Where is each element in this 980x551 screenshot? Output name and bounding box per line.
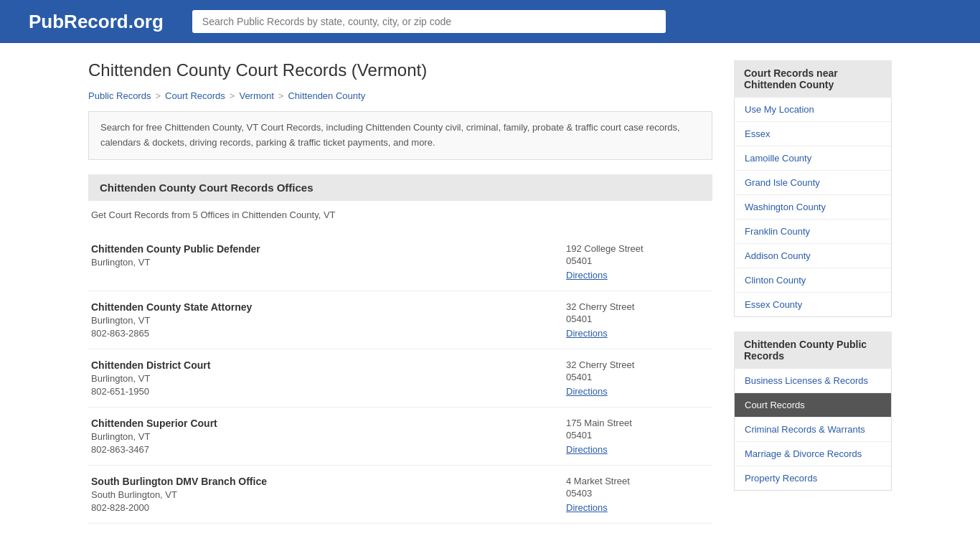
office-entry: Chittenden County State Attorney Burling… — [88, 291, 712, 349]
office-zip: 05401 — [566, 430, 710, 441]
office-address: 175 Main Street 05401 Directions — [566, 418, 710, 455]
breadcrumb-chittenden-county[interactable]: Chittenden County — [288, 90, 365, 101]
sidebar-public-records-item[interactable]: Marriage & Divorce Records — [735, 442, 891, 466]
sidebar-county-link[interactable]: Washington County — [745, 202, 826, 212]
sidebar-records-link[interactable]: Criminal Records & Warrants — [745, 424, 865, 435]
sidebar-county-link[interactable]: Grand Isle County — [745, 177, 820, 188]
office-entry: Chittenden County Public Defender Burlin… — [88, 233, 712, 291]
sidebar-county-link[interactable]: Addison County — [745, 250, 811, 261]
breadcrumb-court-records[interactable]: Court Records — [165, 90, 225, 101]
office-address: 4 Market Street 05403 Directions — [566, 476, 710, 513]
sidebar-public-records-item[interactable]: Criminal Records & Warrants — [735, 418, 891, 442]
sidebar-county-link[interactable]: Essex — [745, 128, 770, 139]
office-phone: 802-863-3467 — [91, 444, 217, 455]
sidebar-nearby-item[interactable]: Essex — [735, 122, 891, 146]
office-zip: 05401 — [566, 372, 710, 382]
office-address: 32 Cherry Street 05401 Directions — [566, 359, 710, 397]
directions-link[interactable]: Directions — [566, 328, 608, 339]
office-city: Burlington, VT — [91, 431, 217, 442]
page-description: Search for free Chittenden County, VT Co… — [88, 111, 712, 160]
search-input[interactable] — [192, 10, 666, 33]
sidebar-nearby-item[interactable]: Franklin County — [735, 220, 891, 244]
breadcrumb-sep-3: > — [278, 90, 284, 101]
sidebar-nearby-item[interactable]: Essex County — [735, 293, 891, 316]
office-zip: 05401 — [566, 255, 710, 266]
office-address: 192 College Street 05401 Directions — [566, 243, 710, 281]
office-info: Chittenden County Public Defender Burlin… — [91, 243, 260, 281]
office-entry: South Burlington DMV Branch Office South… — [88, 466, 712, 524]
breadcrumb-public-records[interactable]: Public Records — [88, 90, 151, 101]
sidebar-public-records-header: Chittenden County Public Records — [734, 331, 892, 369]
sidebar-county-link[interactable]: Lamoille County — [745, 153, 811, 164]
office-street: 192 College Street — [566, 243, 710, 254]
office-entry: Chittenden District Court Burlington, VT… — [88, 349, 712, 408]
sidebar-county-link[interactable]: Essex County — [745, 299, 802, 310]
header: PubRecord.org — [0, 0, 980, 43]
sidebar-nearby-list: Use My LocationEssexLamoille CountyGrand… — [734, 98, 892, 317]
office-address: 32 Cherry Street 05401 Directions — [566, 301, 710, 339]
breadcrumb-vermont[interactable]: Vermont — [239, 90, 273, 101]
sidebar-nearby-item[interactable]: Use My Location — [735, 98, 891, 122]
office-info: Chittenden District Court Burlington, VT… — [91, 359, 210, 397]
content-area: Chittenden County Court Records (Vermont… — [88, 60, 712, 524]
sidebar-records-link[interactable]: Property Records — [745, 473, 817, 484]
sidebar-nearby-item[interactable]: Addison County — [735, 244, 891, 268]
site-logo: PubRecord.org — [29, 11, 164, 33]
sidebar-public-records-item[interactable]: Court Records — [735, 393, 891, 418]
office-name: Chittenden County State Attorney — [91, 301, 252, 313]
sidebar-nearby-header: Court Records near Chittenden County — [734, 60, 892, 98]
main-layout: Chittenden County Court Records (Vermont… — [60, 43, 920, 541]
offices-section-header: Chittenden County Court Records Offices — [88, 174, 712, 201]
office-city: Burlington, VT — [91, 373, 210, 384]
office-street: 32 Cherry Street — [566, 301, 710, 312]
sidebar: Court Records near Chittenden County Use… — [734, 60, 892, 524]
office-info: Chittenden Superior Court Burlington, VT… — [91, 418, 217, 455]
office-name: Chittenden Superior Court — [91, 418, 217, 429]
sidebar-county-link[interactable]: Franklin County — [745, 226, 810, 237]
office-street: 175 Main Street — [566, 418, 710, 428]
sidebar-nearby-item[interactable]: Clinton County — [735, 268, 891, 293]
page-title: Chittenden County Court Records (Vermont… — [88, 60, 712, 80]
offices-count: Get Court Records from 5 Offices in Chit… — [88, 209, 712, 220]
office-info: South Burlington DMV Branch Office South… — [91, 476, 267, 513]
breadcrumb-sep-1: > — [155, 90, 161, 101]
sidebar-public-records-item[interactable]: Business Licenses & Records — [735, 369, 891, 393]
office-name: South Burlington DMV Branch Office — [91, 476, 267, 487]
sidebar-nearby-item[interactable]: Washington County — [735, 195, 891, 220]
breadcrumb-sep-2: > — [230, 90, 235, 101]
directions-link[interactable]: Directions — [566, 386, 608, 397]
use-my-location-link[interactable]: Use My Location — [745, 104, 814, 115]
sidebar-records-link[interactable]: Business Licenses & Records — [745, 375, 868, 386]
office-city: Burlington, VT — [91, 315, 252, 326]
office-info: Chittenden County State Attorney Burling… — [91, 301, 252, 339]
office-name: Chittenden County Public Defender — [91, 243, 260, 255]
directions-link[interactable]: Directions — [566, 444, 608, 455]
sidebar-nearby-item[interactable]: Grand Isle County — [735, 171, 891, 195]
directions-link[interactable]: Directions — [566, 270, 608, 281]
office-phone: 802-651-1950 — [91, 386, 210, 397]
office-street: 32 Cherry Street — [566, 359, 710, 370]
office-phone: 802-828-2000 — [91, 502, 267, 513]
office-city: Burlington, VT — [91, 257, 260, 268]
office-zip: 05403 — [566, 488, 710, 499]
directions-link[interactable]: Directions — [566, 502, 608, 513]
breadcrumb: Public Records > Court Records > Vermont… — [88, 90, 712, 101]
office-street: 4 Market Street — [566, 476, 710, 486]
office-zip: 05401 — [566, 314, 710, 324]
office-phone: 802-863-2865 — [91, 328, 252, 339]
sidebar-public-records-item[interactable]: Property Records — [735, 466, 891, 490]
sidebar-county-link[interactable]: Clinton County — [745, 275, 806, 286]
sidebar-public-records-list: Business Licenses & RecordsCourt Records… — [734, 369, 892, 491]
office-entry: Chittenden Superior Court Burlington, VT… — [88, 408, 712, 466]
sidebar-active-label: Court Records — [745, 400, 805, 410]
offices-list: Chittenden County Public Defender Burlin… — [88, 233, 712, 524]
sidebar-nearby-item[interactable]: Lamoille County — [735, 146, 891, 171]
office-city: South Burlington, VT — [91, 489, 267, 500]
office-name: Chittenden District Court — [91, 359, 210, 371]
sidebar-records-link[interactable]: Marriage & Divorce Records — [745, 448, 862, 459]
